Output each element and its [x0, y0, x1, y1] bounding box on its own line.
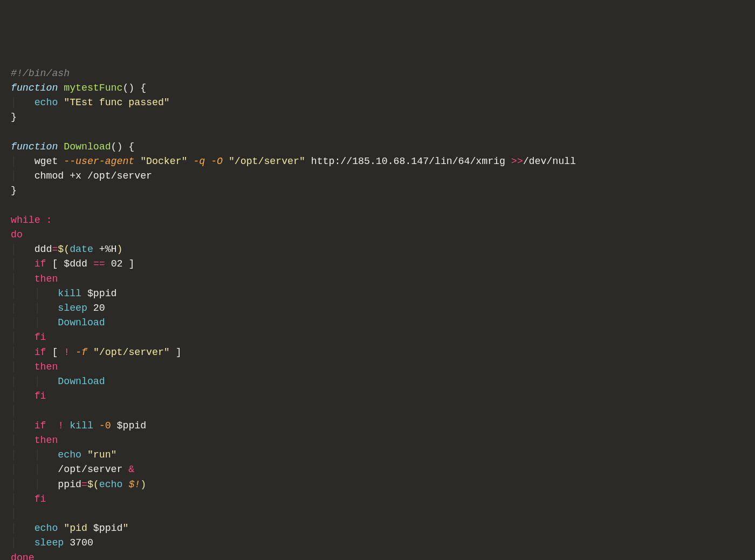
indent-guide: │ [11, 361, 17, 372]
shebang-comment: #!/bin/ash [11, 68, 70, 79]
subst-close: ) [117, 244, 123, 255]
flag-o: -O [211, 156, 223, 167]
indent-guide: │ [35, 303, 40, 313]
operator-bang: ! [58, 420, 64, 431]
indent-guide: │ [11, 156, 17, 167]
keyword-if: if [35, 347, 46, 358]
special-var-bangpid: $! [128, 479, 140, 490]
indent-guide: │ [11, 405, 17, 416]
string-literal: "/opt/server" [93, 347, 170, 358]
keyword-if: if [35, 420, 46, 431]
keyword-function: function [11, 83, 58, 93]
bracket-close: ] [128, 258, 134, 269]
indent-guide: │ [11, 97, 17, 108]
operator-eqeq: == [93, 258, 105, 269]
string-literal: "/opt/server" [229, 156, 305, 167]
command-date: date [70, 244, 93, 255]
command-kill: kill [70, 420, 93, 431]
indent-guide: │ [11, 274, 17, 284]
var-ppid: ppid [58, 479, 81, 490]
indent-guide: │ [11, 479, 17, 490]
string-literal: "run" [87, 449, 117, 460]
colon-builtin: : [46, 215, 52, 226]
indent-guide: │ [11, 391, 17, 401]
command-kill: kill [58, 288, 81, 299]
indent-guide: │ [11, 537, 17, 548]
indent-guide: │ [11, 288, 17, 299]
indent-guide: │ [11, 464, 17, 475]
indent-guide: │ [11, 508, 17, 519]
call-download: Download [58, 376, 105, 387]
path-devnull: /dev/null [523, 156, 576, 167]
date-arg: +%H [99, 244, 117, 255]
keyword-fi: fi [35, 332, 46, 343]
keyword-do: do [11, 229, 23, 240]
brace-close: } [11, 185, 17, 196]
var-ref-ddd: $ddd [64, 258, 87, 269]
builtin-echo: echo [58, 449, 81, 460]
parens: () [122, 83, 134, 93]
brace-open: { [140, 83, 146, 93]
function-name-mytestfunc: mytestFunc [64, 83, 122, 93]
literal-02: 02 [111, 258, 123, 269]
flag-user-agent: --user-agent [64, 156, 134, 167]
builtin-echo: echo [35, 97, 58, 108]
indent-guide: │ [35, 376, 40, 387]
call-download: Download [58, 317, 105, 328]
keyword-then: then [35, 435, 58, 446]
builtin-echo: echo [35, 523, 58, 534]
indent-guide: │ [35, 464, 40, 475]
indent-guide: │ [11, 523, 17, 534]
indent-guide: │ [11, 494, 17, 504]
number-3700: 3700 [70, 537, 93, 548]
indent-guide: │ [35, 449, 40, 460]
keyword-then: then [35, 361, 58, 372]
indent-guide: │ [11, 420, 17, 431]
brace-close: } [11, 112, 17, 122]
command-sleep: sleep [58, 303, 87, 313]
indent-guide: │ [35, 479, 40, 490]
exec-server: /opt/server [58, 464, 122, 475]
indent-guide: │ [35, 317, 40, 328]
number-20: 20 [93, 303, 105, 313]
keyword-fi: fi [35, 391, 46, 401]
string-literal: "TEst func passed" [64, 97, 169, 108]
flag-q: -q [193, 156, 205, 167]
flag-0: -0 [99, 420, 111, 431]
var-ref-ppid: $ppid [117, 420, 147, 431]
code-block: #!/bin/ash function mytestFunc() { │ ech… [11, 66, 744, 560]
command-wget: wget [35, 156, 58, 167]
operator-redirect: >> [511, 156, 523, 167]
keyword-if: if [35, 258, 46, 269]
string-literal-open: "pid [64, 523, 93, 534]
subst-close: ) [140, 479, 146, 490]
parens: () [111, 141, 123, 152]
bracket-open: [ [52, 258, 58, 269]
function-name-download: Download [64, 141, 111, 152]
indent-guide: │ [11, 303, 17, 313]
keyword-done: done [11, 552, 35, 560]
keyword-then: then [35, 274, 58, 284]
keyword-function: function [11, 141, 58, 152]
operator-assign: = [81, 479, 87, 490]
operator-bang: ! [64, 347, 70, 358]
string-literal: "Docker" [140, 156, 187, 167]
command-sleep: sleep [35, 537, 64, 548]
flag-f: -f [76, 347, 87, 358]
indent-guide: │ [11, 435, 17, 446]
string-literal-close: " [122, 523, 128, 534]
var-ddd: ddd [35, 244, 52, 255]
chmod-args: +x /opt/server [70, 170, 152, 181]
builtin-echo: echo [99, 479, 123, 490]
indent-guide: │ [11, 332, 17, 343]
keyword-while: while [11, 215, 40, 226]
operator-assign: = [52, 244, 58, 255]
command-chmod: chmod [35, 170, 64, 181]
operator-background: & [128, 464, 134, 475]
indent-guide: │ [11, 449, 17, 460]
indent-guide: │ [11, 347, 17, 358]
subst-open: $( [58, 244, 70, 255]
indent-guide: │ [11, 244, 17, 255]
bracket-open: [ [52, 347, 58, 358]
bracket-close: ] [176, 347, 182, 358]
